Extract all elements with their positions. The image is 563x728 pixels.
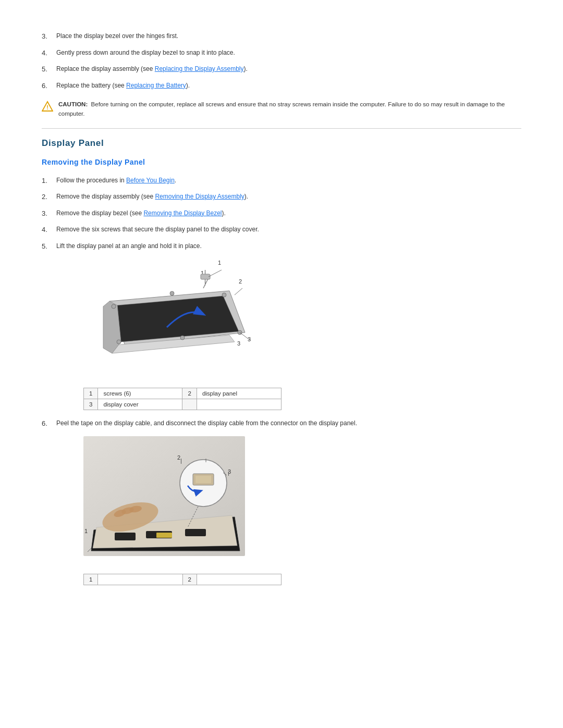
caution-label: CAUTION: <box>58 101 88 107</box>
prev-steps-section: 3. Place the display bezel over the hing… <box>42 31 521 91</box>
svg-rect-22 <box>185 529 206 536</box>
caution-box: ! CAUTION: Before turning on the compute… <box>42 100 521 129</box>
link-replacing-battery[interactable]: Replacing the Battery <box>126 82 186 89</box>
table-label-display-cover: display cover <box>98 399 182 410</box>
table-num-1: 1 <box>84 388 98 399</box>
table-row-1: 1 screws (6) 2 display panel <box>84 388 282 399</box>
table-row-2: 3 display cover <box>84 399 282 410</box>
bottom-table-row-1: 1 2 <box>84 574 282 585</box>
link-before-you-begin[interactable]: Before You Begin <box>126 177 175 184</box>
svg-text:!: ! <box>46 104 48 110</box>
bottom-table-label-2 <box>197 574 281 585</box>
photo-svg <box>83 436 245 556</box>
svg-rect-26 <box>195 476 211 483</box>
table-num-3: 3 <box>84 399 98 410</box>
caution-icon: ! <box>42 101 53 112</box>
svg-point-9 <box>170 291 174 295</box>
table-label-screws: screws (6) <box>98 388 182 399</box>
prev-step-6: 6. Replace the battery (see Replacing th… <box>42 81 521 91</box>
svg-rect-20 <box>115 533 136 540</box>
ref-table-1: 1 screws (6) 2 display panel 3 display c… <box>83 388 282 410</box>
diagram-cable-disconnect: 1 2 3 <box>83 436 271 566</box>
subsection-title-removing: Removing the Display Panel <box>42 158 521 166</box>
link-removing-display-assembly[interactable]: Removing the Display Assembly <box>155 193 244 200</box>
bottom-table-num-2: 2 <box>182 574 197 585</box>
svg-point-10 <box>117 340 121 344</box>
link-replacing-display-assembly-1[interactable]: Replacing the Display Assembly <box>155 65 244 72</box>
section-title-display-panel: Display Panel <box>42 138 521 149</box>
svg-line-15 <box>235 288 242 295</box>
table-num-2: 2 <box>182 388 197 399</box>
step-4: 4. Remove the six screws that secure the… <box>42 225 521 235</box>
step-6: 6. Peel the tape on the display cable, a… <box>42 418 521 429</box>
svg-point-11 <box>180 336 185 340</box>
step-5: 5. Lift the display panel at an angle an… <box>42 241 521 252</box>
bottom-table-num-1: 1 <box>84 574 98 585</box>
svg-point-6 <box>112 304 116 309</box>
step-3: 3. Remove the display bezel (see Removin… <box>42 208 521 219</box>
diagram-svg <box>83 265 255 377</box>
prev-step-3: 3. Place the display bezel over the hing… <box>42 31 521 42</box>
step-2: 2. Remove the display assembly (see Remo… <box>42 192 521 202</box>
svg-line-14 <box>209 270 222 277</box>
prev-step-5: 5. Replace the display assembly (see Rep… <box>42 64 521 75</box>
table-label-display-panel: display panel <box>197 388 281 399</box>
table-num-empty <box>182 399 197 410</box>
bottom-table-label-1 <box>98 574 182 585</box>
link-removing-display-bezel[interactable]: Removing the Display Bezel <box>143 209 222 217</box>
step-1: 1. Follow the procedures in Before You B… <box>42 176 521 186</box>
caution-text: CAUTION: Before turning on the computer,… <box>58 100 521 119</box>
table-label-empty <box>197 399 281 410</box>
steps-list: 1. Follow the procedures in Before You B… <box>42 176 521 252</box>
step-6-list: 6. Peel the tape on the display cable, a… <box>42 418 521 429</box>
svg-rect-23 <box>156 533 172 538</box>
prev-step-4: 4. Gently press down around the display … <box>42 48 521 58</box>
svg-point-7 <box>222 293 226 297</box>
diagram-display-panel: 1 2 3 <box>83 260 271 379</box>
bottom-table: 1 2 <box>83 574 282 585</box>
